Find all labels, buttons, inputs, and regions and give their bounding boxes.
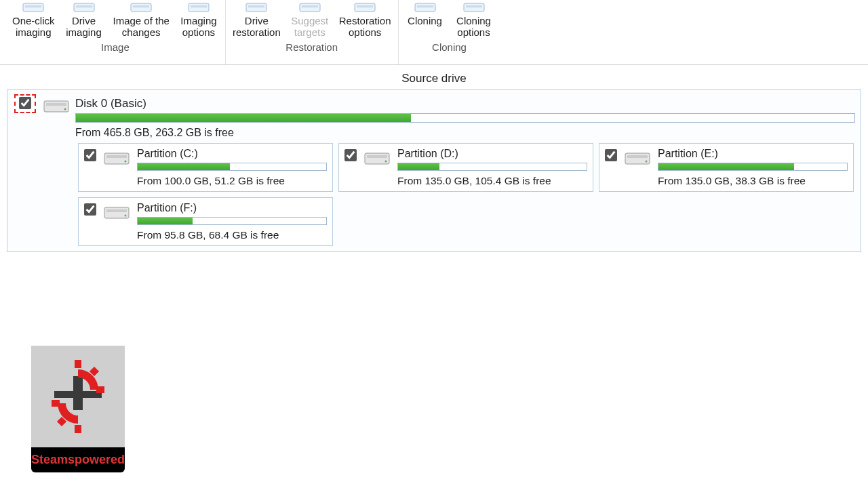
svg-rect-35 (75, 360, 81, 368)
partition-card-D[interactable]: Partition (D:)From 135.0 GB, 105.4 GB is… (338, 143, 593, 192)
button-label-line: Cloning (456, 15, 491, 26)
svg-rect-5 (133, 5, 149, 7)
partition-subtitle: From 135.0 GB, 105.4 GB is free (397, 175, 587, 187)
imaging-options-button[interactable]: Imagingoptions (175, 0, 222, 40)
svg-rect-9 (248, 5, 264, 7)
partition-checkbox[interactable] (605, 149, 617, 161)
disk-title: Disk 0 (Basic) (75, 97, 855, 110)
button-label-line: restoration (233, 26, 281, 38)
toolbar-icon (244, 1, 269, 14)
watermark-icon (31, 346, 125, 447)
ribbon-toolbar: One-clickimagingDriveimagingImage of the… (0, 0, 868, 65)
restoration-options-button[interactable]: Restorationoptions (335, 0, 395, 40)
svg-rect-28 (627, 155, 648, 158)
button-label-line: options (349, 26, 381, 38)
drive-icon (362, 148, 392, 168)
svg-point-23 (125, 161, 127, 163)
svg-rect-22 (106, 155, 127, 158)
image-of-changes-button[interactable]: Image of thechanges (109, 0, 174, 40)
svg-rect-11 (302, 5, 318, 7)
button-label-line: options (182, 26, 215, 38)
svg-rect-30 (104, 207, 129, 218)
disk-subtitle: From 465.8 GB, 263.2 GB is free (75, 127, 855, 139)
cloning-options-button[interactable]: Cloningoptions (450, 0, 498, 40)
panel-title: Source drive (0, 65, 868, 89)
svg-rect-31 (106, 209, 127, 212)
toolbar-icon (186, 1, 211, 14)
source-drive-panel: Disk 0 (Basic) From 465.8 GB, 263.2 GB i… (7, 89, 861, 252)
drive-icon (102, 148, 132, 168)
drive-imaging-button[interactable]: Driveimaging (60, 0, 108, 40)
disk-usage-bar (75, 113, 855, 123)
svg-rect-24 (365, 153, 389, 164)
partition-checkbox[interactable] (344, 149, 357, 161)
svg-rect-13 (357, 5, 373, 7)
ribbon-group-label: Restoration (229, 41, 395, 53)
svg-rect-17 (466, 5, 482, 7)
button-label-line: One-click (12, 15, 55, 26)
toolbar-icon (353, 1, 377, 14)
ribbon-group: CloningCloningoptionsCloning (399, 0, 500, 64)
partition-checkbox[interactable] (84, 203, 96, 216)
one-click-imaging-button[interactable]: One-clickimaging (8, 0, 59, 40)
drive-icon (102, 202, 132, 222)
partition-usage-bar (397, 163, 587, 171)
svg-point-26 (385, 161, 387, 163)
svg-rect-38 (52, 400, 60, 407)
drive-restoration-button[interactable]: Driverestoration (229, 0, 285, 40)
svg-rect-1 (25, 5, 41, 7)
button-label-line: options (457, 26, 490, 38)
button-label-line: imaging (66, 26, 102, 38)
button-label-line: Cloning (408, 15, 442, 26)
disk-row[interactable]: Disk 0 (Basic) From 465.8 GB, 263.2 GB i… (10, 93, 858, 143)
partition-usage-bar (137, 163, 327, 171)
svg-rect-18 (44, 101, 68, 112)
partition-card-E[interactable]: Partition (E:)From 135.0 GB, 38.3 GB is … (599, 143, 854, 192)
partition-title: Partition (F:) (137, 202, 327, 214)
partition-card-F[interactable]: Partition (F:)From 95.8 GB, 68.4 GB is f… (78, 197, 333, 246)
toolbar-icon (129, 1, 153, 14)
svg-rect-3 (76, 5, 92, 7)
button-label-line: changes (122, 26, 161, 38)
partition-usage-bar (658, 163, 848, 171)
partition-card-C[interactable]: Partition (C:)From 100.0 GB, 51.2 GB is … (78, 143, 333, 192)
svg-rect-7 (191, 5, 207, 7)
partition-usage-bar (137, 217, 327, 225)
toolbar-icon (21, 1, 45, 14)
svg-rect-34 (54, 391, 102, 398)
button-label-line: targets (294, 26, 326, 38)
partition-subtitle: From 100.0 GB, 51.2 GB is free (137, 175, 327, 187)
partition-title: Partition (E:) (658, 148, 848, 160)
cloning-button[interactable]: Cloning (401, 0, 449, 40)
toolbar-icon (413, 1, 437, 14)
partition-subtitle: From 135.0 GB, 38.3 GB is free (658, 175, 848, 187)
svg-rect-36 (96, 386, 104, 393)
button-label-line: Drive (245, 15, 269, 26)
partition-grid: Partition (C:)From 100.0 GB, 51.2 GB is … (10, 143, 858, 246)
svg-point-32 (125, 215, 127, 217)
watermark-badge: Steamspowered (31, 346, 125, 472)
drive-icon (623, 148, 652, 168)
button-label-line: Imaging (180, 15, 216, 26)
svg-rect-37 (75, 425, 81, 433)
disk-checkbox[interactable] (19, 97, 31, 109)
svg-point-20 (64, 108, 66, 110)
ribbon-group: DriverestorationSuggesttargetsRestoratio… (226, 0, 399, 64)
svg-point-29 (646, 161, 648, 163)
button-label-line: Drive (72, 15, 96, 26)
partition-subtitle: From 95.8 GB, 68.4 GB is free (137, 229, 327, 241)
button-label-line: imaging (16, 26, 52, 38)
svg-rect-27 (625, 153, 650, 164)
ribbon-group-label: Cloning (401, 41, 498, 53)
partition-title: Partition (D:) (397, 148, 587, 160)
partition-checkbox[interactable] (84, 149, 96, 161)
button-label-line: Image of the (113, 15, 170, 26)
button-label-line: Restoration (339, 15, 391, 26)
ribbon-group-label: Image (8, 41, 222, 53)
toolbar-icon (72, 1, 96, 14)
disk-icon (41, 96, 71, 116)
ribbon-group: One-clickimagingDriveimagingImage of the… (5, 0, 226, 64)
svg-rect-15 (417, 5, 433, 7)
svg-rect-25 (367, 155, 387, 158)
svg-rect-21 (104, 153, 129, 164)
